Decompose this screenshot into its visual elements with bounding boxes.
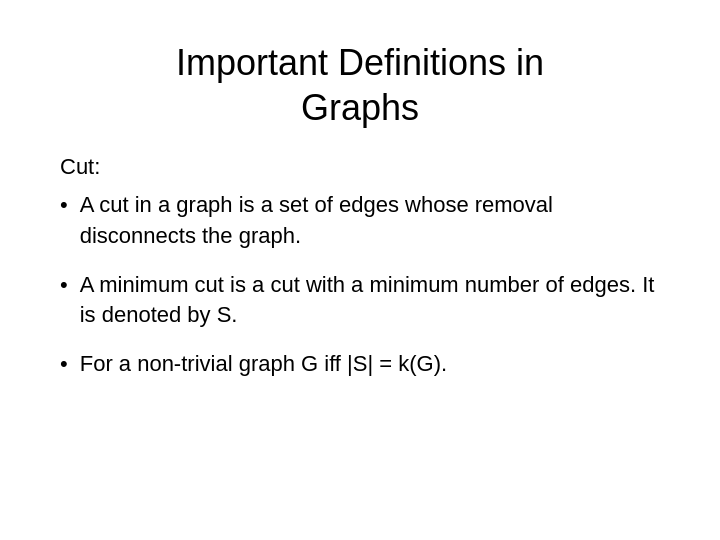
bullet-symbol: • (60, 349, 68, 380)
bullet-symbol: • (60, 270, 68, 301)
bullet-text-3: For a non-trivial graph G iff |S| = k(G)… (80, 349, 660, 380)
bullet-list: • A cut in a graph is a set of edges who… (60, 190, 660, 380)
list-item: • A minimum cut is a cut with a minimum … (60, 270, 660, 332)
bullet-symbol: • (60, 190, 68, 221)
bullet-text-2: A minimum cut is a cut with a minimum nu… (80, 270, 660, 332)
title-block: Important Definitions in Graphs (60, 40, 660, 130)
title-line2: Graphs (301, 87, 419, 128)
bullet-text-1: A cut in a graph is a set of edges whose… (80, 190, 660, 252)
slide-title: Important Definitions in Graphs (60, 40, 660, 130)
list-item: • For a non-trivial graph G iff |S| = k(… (60, 349, 660, 380)
content-block: Cut: • A cut in a graph is a set of edge… (60, 154, 660, 398)
slide-container: Important Definitions in Graphs Cut: • A… (0, 0, 720, 540)
list-item: • A cut in a graph is a set of edges who… (60, 190, 660, 252)
section-label: Cut: (60, 154, 660, 180)
title-line1: Important Definitions in (176, 42, 544, 83)
